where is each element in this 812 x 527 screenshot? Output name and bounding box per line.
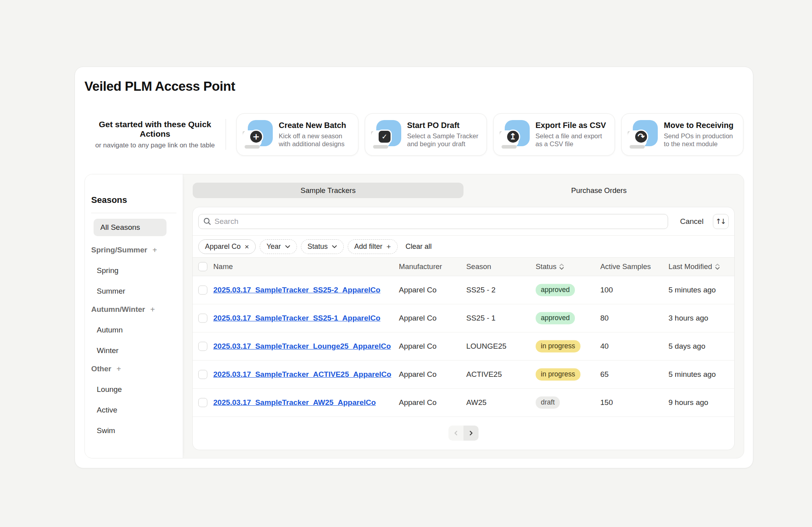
row-checkbox[interactable] [198, 342, 207, 351]
chevron-right-icon [468, 430, 474, 436]
clear-all-button[interactable]: Clear all [406, 242, 432, 251]
tracker-link[interactable]: 2025.03.17_SampleTracker_AW25_ApparelCo [213, 398, 376, 407]
tab-label: Sample Trackers [301, 186, 356, 195]
quick-action-export-file-as-csv[interactable]: ↥ Export File as CSV Select a file and e… [493, 113, 615, 156]
sidebar-item-label: Spring [97, 266, 119, 275]
sidebar-item-spring[interactable]: Spring [97, 266, 175, 275]
tab-sample-trackers[interactable]: Sample Trackers [193, 183, 463, 198]
chevron-down-icon [332, 245, 337, 248]
close-icon[interactable]: × [245, 243, 249, 250]
tab-label: Purchase Orders [571, 186, 627, 195]
add-season-icon[interactable]: + [150, 306, 155, 313]
table-body: 2025.03.17_SampleTracker_SS25-2_ApparelC… [193, 276, 734, 417]
quick-action-title: Create New Batch [279, 121, 352, 130]
quick-action-move-to-receiving[interactable]: ↷ Move to Receiving Send POs in producti… [621, 113, 743, 156]
table-panel: Cancel ↑↓ Apparel Co × Year Status Add f… [192, 207, 735, 450]
column-header-last-modified[interactable]: Last Modified [668, 262, 720, 271]
column-header-manufacturer[interactable]: Manufacturer [399, 262, 442, 271]
tab-purchase-orders[interactable]: Purchase Orders [463, 183, 734, 198]
sidebar-item-all-seasons[interactable]: All Seasons [94, 219, 167, 236]
add-season-icon[interactable]: + [117, 365, 121, 373]
gray-bar-decor [245, 145, 260, 149]
page-title: Veiled PLM Access Point [84, 79, 235, 94]
filter-chip-year[interactable]: Year [260, 239, 297, 254]
sidebar-item-summer[interactable]: Summer [97, 287, 175, 296]
tracker-link[interactable]: 2025.03.17_SampleTracker_SS25-2_ApparelC… [213, 286, 380, 294]
sidebar-heading: Seasons [91, 195, 175, 205]
add-season-icon[interactable]: + [152, 246, 157, 254]
active-samples-cell: 40 [600, 342, 609, 351]
quick-action-title: Move to Receiving [664, 121, 737, 130]
manufacturer-cell: Apparel Co [399, 398, 437, 407]
last-modified-cell: 5 minutes ago [668, 286, 716, 294]
sidebar-item-label: Swim [97, 426, 115, 435]
quick-action-cards: + Create New Batch Kick off a new season… [236, 113, 743, 156]
filter-chip-label: Status [308, 242, 328, 251]
last-modified-cell: 3 hours ago [668, 314, 708, 323]
table-row: 2025.03.17_SampleTracker_SS25-1_ApparelC… [193, 304, 734, 332]
table-row: 2025.03.17_SampleTracker_ACTIVE25_Appare… [193, 361, 734, 389]
sidebar-item-lounge[interactable]: Lounge [97, 385, 175, 394]
quick-action-start-po-draft[interactable]: ✓ Start PO Draft Select a Sample Tracker… [365, 113, 487, 156]
column-header-active-samples[interactable]: Active Samples [600, 262, 651, 271]
quick-action-create-new-batch[interactable]: + Create New Batch Kick off a new season… [236, 113, 358, 156]
upload-icon: ↥ [506, 130, 520, 144]
search-box [198, 214, 668, 229]
gray-bar-decor [502, 145, 517, 149]
tracker-link[interactable]: 2025.03.17_SampleTracker_SS25-1_ApparelC… [213, 314, 380, 322]
search-icon [203, 218, 211, 225]
quick-actions-row: Get started with these Quick Actions or … [84, 113, 743, 156]
row-checkbox[interactable] [198, 398, 207, 407]
quick-action-description: Select a Sample Tracker and begin your d… [407, 132, 480, 148]
tracker-link[interactable]: 2025.03.17_SampleTracker_Lounge25_Appare… [213, 342, 391, 350]
filter-chip-apparel-co[interactable]: Apparel Co × [198, 239, 256, 254]
sort-chevrons-icon [715, 263, 720, 270]
previous-page-button[interactable] [448, 426, 463, 441]
sidebar-item-active[interactable]: Active [97, 406, 175, 414]
sort-order-button[interactable]: ↑↓ [713, 214, 729, 229]
table-row: 2025.03.17_SampleTracker_AW25_ApparelCo … [193, 389, 734, 417]
row-checkbox[interactable] [198, 370, 207, 379]
sidebar-group-label: Other [91, 365, 111, 373]
tracker-link[interactable]: 2025.03.17_SampleTracker_ACTIVE25_Appare… [213, 370, 391, 378]
chevron-down-icon [285, 245, 290, 248]
status-badge: in progress [536, 368, 580, 380]
redo-icon: ↷ [634, 130, 648, 144]
sidebar-group-label: Autumn/Winter [91, 305, 145, 314]
sidebar-item-label: Summer [97, 287, 125, 295]
sort-chevrons-icon [559, 263, 564, 270]
column-header-status[interactable]: Status [536, 262, 564, 271]
sidebar-item-swim[interactable]: Swim [97, 426, 175, 435]
vertical-divider [226, 119, 226, 150]
filter-chip-add-filter[interactable]: Add filter + [348, 239, 398, 254]
chevron-left-icon [453, 430, 459, 436]
sidebar-item-winter[interactable]: Winter [97, 346, 175, 355]
sidebar-item-label: Lounge [97, 385, 122, 393]
active-samples-cell: 150 [600, 398, 613, 407]
column-header-season[interactable]: Season [466, 262, 491, 271]
search-input[interactable] [214, 217, 663, 226]
gray-bar-decor [630, 145, 645, 149]
row-checkbox[interactable] [198, 286, 207, 295]
sidebar-divider [91, 213, 176, 213]
quick-actions-heading: Get started with these Quick Actions [93, 120, 217, 139]
active-samples-cell: 80 [600, 314, 609, 323]
sidebar-group-autumn-winter: Autumn/Winter + AutumnWinter [93, 305, 175, 355]
filter-chip-label: Year [266, 242, 281, 251]
manufacturer-cell: Apparel Co [399, 314, 437, 323]
gray-bar-decor [373, 145, 388, 149]
filter-chip-status[interactable]: Status [301, 239, 344, 254]
next-page-button[interactable] [463, 426, 479, 441]
season-cell: ACTIVE25 [466, 370, 502, 379]
select-all-checkbox[interactable] [198, 262, 207, 271]
cancel-button[interactable]: Cancel [680, 217, 703, 226]
manufacturer-cell: Apparel Co [399, 342, 437, 351]
main-card: Veiled PLM Access Point Get started with… [75, 67, 753, 468]
sidebar-item-autumn[interactable]: Autumn [97, 326, 175, 334]
seasons-sidebar: Seasons All Seasons Spring/Summer + Spri… [85, 174, 183, 458]
quick-action-title: Start PO Draft [407, 121, 480, 130]
row-checkbox[interactable] [198, 314, 207, 323]
table-row: 2025.03.17_SampleTracker_Lounge25_Appare… [193, 332, 734, 361]
status-badge: approved [536, 312, 575, 324]
column-header-name[interactable]: Name [213, 262, 233, 271]
